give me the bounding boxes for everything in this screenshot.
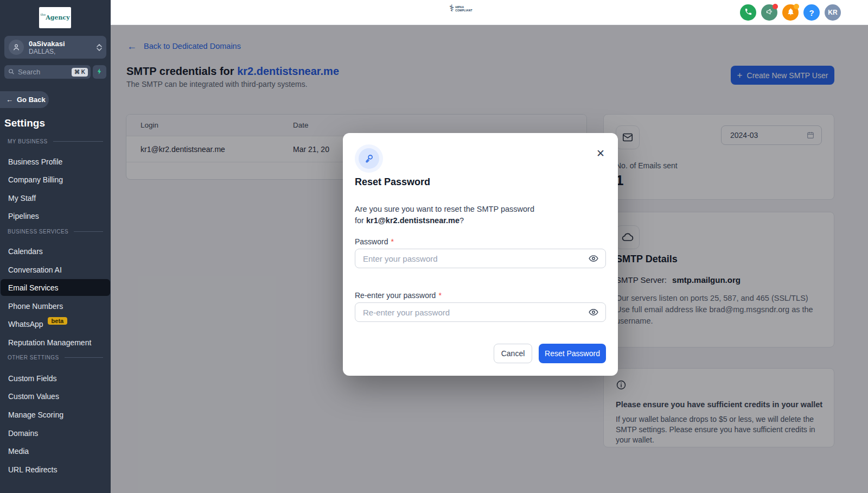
reenter-password-field[interactable] (355, 302, 606, 322)
sidebar-item-business-profile[interactable]: Business Profile (8, 156, 106, 167)
modal-title: Reset Password (355, 176, 430, 188)
phone-button[interactable] (740, 4, 756, 21)
beta-badge: beta (48, 317, 68, 325)
go-back-label: Go Back (17, 96, 46, 104)
notifications-button[interactable] (782, 4, 799, 21)
search-box[interactable]: ⌘ K (4, 65, 91, 79)
sidebar-item-domains[interactable]: Domains (8, 428, 106, 439)
sidebar-item-custom-fields[interactable]: Custom Fields (8, 373, 106, 384)
sidebar-item-media[interactable]: Media (8, 446, 106, 457)
sidebar-item-pipelines[interactable]: Pipelines (8, 211, 106, 222)
bell-icon (787, 8, 795, 18)
section-label-my-business: MY BUSINESS (8, 138, 103, 144)
cancel-button[interactable]: Cancel (494, 344, 532, 363)
caduceus-icon: ⚕ (449, 4, 454, 13)
required-asterisk: * (438, 291, 441, 300)
eye-icon[interactable] (588, 307, 599, 318)
question-icon: ? (809, 8, 814, 17)
eye-icon[interactable] (588, 253, 599, 264)
go-back-button[interactable]: ← Go Back (0, 91, 49, 108)
megaphone-icon (765, 8, 774, 18)
password-label: Password* (355, 237, 394, 246)
topbar: ⚕ HIPAA COMPLIANT (111, 0, 868, 25)
reset-password-button[interactable]: Reset Password (539, 344, 606, 363)
agency-logo-name: Agency (46, 14, 69, 21)
sidebar-item-email-services[interactable]: Email Services (8, 282, 106, 293)
account-location: DALLAS, (29, 48, 97, 55)
notification-dot (773, 4, 778, 9)
section-label-business-services: BUSINESS SERVICES (8, 229, 103, 235)
back-arrow-icon: ← (6, 96, 13, 104)
sidebar-item-my-staff[interactable]: My Staff (8, 193, 106, 204)
sidebar-item-whatsapp[interactable]: WhatsApp beta (8, 319, 106, 330)
agency-logo: theAgency (39, 7, 71, 28)
smtp-user-email: kr1@kr2.dentistsnear.me (366, 216, 459, 225)
reenter-password-label: Re-enter your password* (355, 291, 442, 300)
reset-password-modal: ✕ Reset Password Are you sure you want t… (343, 133, 618, 376)
chevron-updown-icon[interactable] (97, 44, 102, 51)
notification-dot (794, 4, 799, 9)
account-name: 0aSivakasi (29, 40, 97, 48)
help-button[interactable]: ? (803, 4, 820, 21)
sidebar: theAgency 0aSivakasi DALLAS, ⌘ K (0, 0, 111, 493)
sidebar-item-custom-values[interactable]: Custom Values (8, 391, 106, 402)
sidebar-item-phone-numbers[interactable]: Phone Numbers (8, 301, 106, 312)
sidebar-item-company-billing[interactable]: Company Billing (8, 174, 106, 185)
account-switcher[interactable]: 0aSivakasi DALLAS, (4, 36, 106, 59)
sidebar-item-conversation-ai[interactable]: Conversation AI (8, 264, 106, 275)
confirmation-text: Are you sure you want to reset the SMTP … (355, 204, 542, 226)
password-field[interactable] (355, 249, 606, 268)
reenter-password-input[interactable] (363, 308, 588, 317)
account-pin-icon (9, 40, 24, 55)
user-avatar[interactable]: KR (825, 4, 841, 21)
sidebar-title: Settings (4, 117, 45, 129)
section-label-other-settings: OTHER SETTINGS (8, 355, 103, 361)
sidebar-item-manage-scoring[interactable]: Manage Scoring (8, 409, 106, 420)
phone-icon (744, 8, 752, 18)
hipaa-compliant-badge: ⚕ HIPAA COMPLIANT (449, 4, 473, 13)
close-icon[interactable]: ✕ (596, 148, 605, 159)
lightning-icon (96, 67, 103, 77)
sidebar-item-reputation-management[interactable]: Reputation Management (8, 337, 106, 348)
sidebar-item-calendars[interactable]: Calendars (8, 246, 106, 257)
sidebar-item-url-redirects[interactable]: URL Redirects (8, 464, 106, 475)
search-shortcut-badge: ⌘ K (72, 68, 88, 77)
search-icon (8, 67, 15, 77)
quick-actions-button[interactable] (93, 65, 106, 79)
required-asterisk: * (391, 237, 393, 246)
password-input[interactable] (363, 254, 588, 263)
avatar-initials: KR (828, 9, 837, 16)
search-input[interactable] (18, 68, 61, 76)
app-root: theAgency 0aSivakasi DALLAS, ⌘ K (0, 0, 868, 493)
announcements-button[interactable] (761, 4, 777, 21)
main-content: ← Back to Dedicated Domains SMTP credent… (111, 25, 868, 493)
key-icon (355, 144, 383, 173)
agency-logo-prefix: the (40, 12, 46, 16)
